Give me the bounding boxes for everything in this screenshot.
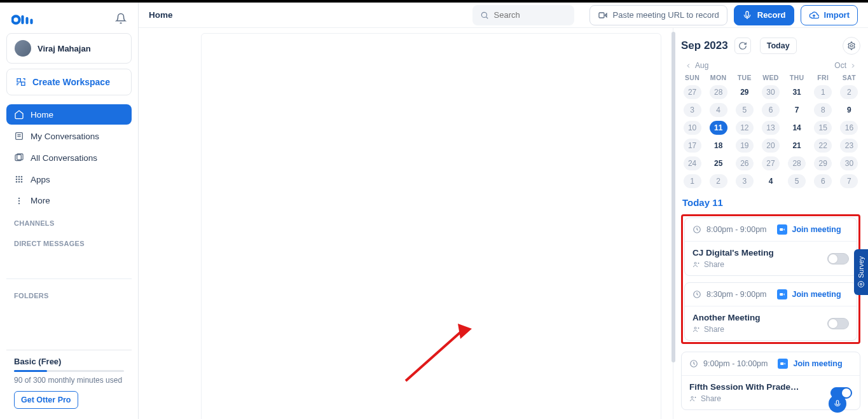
calendar-day[interactable]: 27 <box>684 85 701 99</box>
calendar-day[interactable]: 7 <box>840 174 858 188</box>
calendar-day[interactable]: 2 <box>840 85 858 99</box>
nav-home[interactable]: Home <box>6 104 132 125</box>
svg-rect-23 <box>746 11 748 17</box>
calendar-today-button[interactable]: Today <box>760 38 797 54</box>
meeting-share-button[interactable]: Share <box>689 394 799 403</box>
calendar-day[interactable]: 14 <box>788 121 806 135</box>
assistant-button[interactable] <box>829 395 846 413</box>
calendar-day[interactable]: 26 <box>736 156 754 170</box>
meeting-share-button[interactable]: Share <box>692 260 774 269</box>
paste-url-button[interactable]: Paste meeting URL to record <box>589 5 727 25</box>
annotation-arrow <box>399 317 476 387</box>
calendar-day[interactable]: 3 <box>736 174 754 188</box>
section-direct-messages-title: DIRECT MESSAGES <box>6 231 132 251</box>
calendar-day[interactable]: 2 <box>710 174 727 188</box>
calendar-dow: TUE <box>733 74 755 81</box>
calendar-day[interactable]: 27 <box>762 156 780 170</box>
calendar-day[interactable]: 5 <box>736 103 754 117</box>
calendar-day[interactable]: 17 <box>684 139 701 153</box>
app-logo[interactable] <box>11 13 38 27</box>
calendar-day[interactable]: 19 <box>736 139 754 153</box>
svg-point-10 <box>18 176 20 178</box>
create-workspace-label: Create Workspace <box>32 77 110 87</box>
calendar-day[interactable]: 3 <box>684 103 701 117</box>
svg-point-32 <box>694 327 696 329</box>
user-card[interactable]: Viraj Mahajan <box>6 33 132 64</box>
bell-icon[interactable] <box>115 13 127 27</box>
svg-point-14 <box>21 179 23 181</box>
get-pro-button[interactable]: Get Otter Pro <box>14 391 78 409</box>
meetings-list: 8:00pm - 9:00pmJoin meetingCJ Digital's … <box>681 214 860 410</box>
meeting-time: 8:30pm - 9:00pm <box>706 290 767 299</box>
calendar-prev-month[interactable]: Aug <box>685 61 708 70</box>
mic-icon <box>833 399 842 408</box>
svg-rect-22 <box>599 13 604 18</box>
meeting-record-toggle[interactable] <box>827 318 849 329</box>
svg-rect-4 <box>17 79 20 82</box>
join-meeting-link[interactable]: Join meeting <box>793 359 842 368</box>
section-folders-title: FOLDERS <box>6 283 132 303</box>
join-meeting-link[interactable]: Join meeting <box>792 290 841 299</box>
calendar-prev-label: Aug <box>695 61 708 70</box>
share-icon <box>692 261 700 268</box>
calendar-next-label: Oct <box>834 61 846 70</box>
calendar-day[interactable]: 28 <box>710 85 727 99</box>
calendar-day[interactable]: 25 <box>710 156 727 170</box>
direct-messages-empty <box>6 251 132 279</box>
nav-more-label: More <box>31 196 50 205</box>
nav-apps[interactable]: Apps <box>6 169 132 189</box>
import-button[interactable]: Import <box>801 5 858 25</box>
calendar-day[interactable]: 31 <box>788 85 806 99</box>
calendar-day[interactable]: 4 <box>710 103 727 117</box>
svg-point-19 <box>18 200 20 201</box>
calendar-day[interactable]: 20 <box>762 139 780 153</box>
create-workspace-button[interactable]: Create Workspace <box>6 69 132 95</box>
calendar-day[interactable]: 11 <box>710 121 727 135</box>
calendar-day[interactable]: 13 <box>762 121 780 135</box>
calendar-day[interactable]: 30 <box>762 85 780 99</box>
calendar-day[interactable]: 22 <box>814 139 832 153</box>
calendar-day[interactable]: 1 <box>814 85 832 99</box>
calendar-day[interactable]: 29 <box>736 85 754 99</box>
calendar-day[interactable]: 28 <box>788 156 806 170</box>
calendar-day[interactable]: 15 <box>814 121 832 135</box>
search-box[interactable] <box>472 5 574 25</box>
calendar-settings-button[interactable] <box>843 37 860 55</box>
nav-my-conversations[interactable]: My Conversations <box>6 126 132 146</box>
survey-tab[interactable]: Survey <box>854 249 868 295</box>
calendar-next-month[interactable]: Oct <box>834 61 857 70</box>
meeting-share-button[interactable]: Share <box>692 325 761 334</box>
calendar-day[interactable]: 6 <box>814 174 832 188</box>
calendar-day[interactable]: 30 <box>840 156 858 170</box>
calendar-day[interactable]: 29 <box>814 156 832 170</box>
calendar-day[interactable]: 1 <box>684 174 701 188</box>
page-title: Home <box>149 10 173 20</box>
calendar-day[interactable]: 18 <box>710 139 727 153</box>
cloud-upload-icon <box>809 10 819 20</box>
calendar-day[interactable]: 23 <box>840 139 858 153</box>
search-input[interactable] <box>494 10 558 20</box>
record-button[interactable]: Record <box>734 5 794 25</box>
calendar-day[interactable]: 8 <box>814 103 832 117</box>
nav-home-label: Home <box>31 110 53 120</box>
calendar-day[interactable]: 24 <box>684 156 701 170</box>
calendar-day[interactable]: 5 <box>788 174 806 188</box>
calendar-day[interactable]: 21 <box>788 139 806 153</box>
calendar-refresh-button[interactable] <box>734 38 751 54</box>
calendar-day[interactable]: 4 <box>762 174 780 188</box>
meeting-record-toggle[interactable] <box>827 253 849 264</box>
calendar-day[interactable]: 10 <box>684 121 701 135</box>
nav-all-conversations-label: All Conversations <box>31 153 97 163</box>
calendar-day[interactable]: 12 <box>736 121 754 135</box>
calendar-day[interactable]: 9 <box>840 103 858 117</box>
nav-more[interactable]: More <box>6 191 132 210</box>
join-meeting-link[interactable]: Join meeting <box>792 225 841 234</box>
paste-url-label: Paste meeting URL to record <box>613 10 719 20</box>
calendar-day[interactable]: 7 <box>788 103 806 117</box>
svg-rect-34 <box>781 362 784 365</box>
calendar-day[interactable]: 16 <box>840 121 858 135</box>
calendar-dow: FRI <box>812 74 834 81</box>
calendar-day[interactable]: 6 <box>762 103 780 117</box>
nav-all-conversations[interactable]: All Conversations <box>6 148 132 168</box>
share-icon <box>689 395 697 402</box>
